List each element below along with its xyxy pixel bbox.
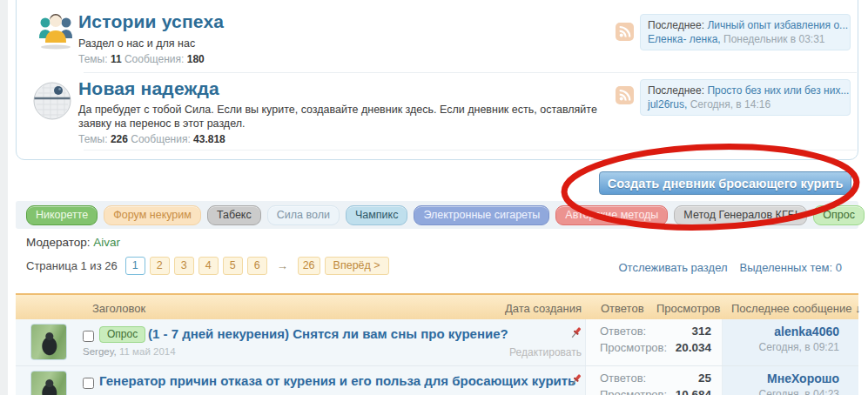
section-stats: Темы: 226 Сообщения: 43.818 xyxy=(78,133,225,145)
column-header-created[interactable]: Дата создания xyxy=(501,302,582,315)
selected-topics-link[interactable]: Выделенных тем: 0 xyxy=(740,261,842,274)
rss-icon[interactable] xyxy=(616,86,634,108)
section-stats: Темы: 11 Сообщения: 180 xyxy=(78,53,205,65)
follow-forum-link[interactable]: Отслеживать раздел xyxy=(618,261,727,274)
page-button-4[interactable]: 4 xyxy=(198,257,219,275)
topic-author-avatar[interactable] xyxy=(30,371,67,395)
last-post-time: Сегодня, в 14:16 xyxy=(690,98,770,110)
section-title-success-stories[interactable]: Истории успеха xyxy=(78,11,224,32)
column-header-title[interactable]: Заголовок xyxy=(92,302,145,315)
views-label: Просмотров: xyxy=(600,341,667,354)
section-description: Да пребудет с тобой Сила. Если вы курите… xyxy=(78,103,611,131)
topic-stats-cell: Ответов: 312 Просмотров: 20.034 xyxy=(585,319,723,365)
pagination-gap-arrow: → xyxy=(272,259,293,272)
tag-list: НикореттеФорум некуримТабексСила волиЧам… xyxy=(26,205,868,225)
tag-filter-9[interactable]: Опрос xyxy=(813,205,865,225)
pagination-pages: 123456 xyxy=(125,257,267,275)
section-title-new-hope[interactable]: Новая надежда xyxy=(78,78,219,99)
replies-count: 25 xyxy=(698,372,711,385)
last-post-label: Последнее: xyxy=(648,19,704,31)
section-action-links: Отслеживать раздел Выделенных тем: 0 xyxy=(618,261,842,274)
column-header-last-post[interactable]: Последнее сообщение ↓ xyxy=(731,302,861,315)
pinned-pin-icon xyxy=(569,325,583,344)
topic-lastpost-cell: alenka4060 Сегодня, в 09:21 xyxy=(723,319,858,365)
topics-count: 11 xyxy=(111,53,122,65)
page-counter-label: Страница 1 из 26 xyxy=(26,259,118,272)
page-button-last[interactable]: 26 xyxy=(298,257,320,275)
tag-filter-1[interactable]: Никоретте xyxy=(26,205,98,225)
panel-inner-divider xyxy=(84,150,857,151)
edit-link[interactable]: Редактировать xyxy=(500,346,582,358)
tag-filter-4[interactable]: Сила воли xyxy=(267,205,340,225)
create-diary-button[interactable]: Создать дневник бросающего курить xyxy=(599,171,851,195)
views-count: 10.684 xyxy=(676,388,711,395)
last-post-author[interactable]: jul26rus, xyxy=(648,98,687,110)
replies-label: Ответов: xyxy=(600,325,646,338)
page-button-3[interactable]: 3 xyxy=(174,257,194,275)
topic-row: Ответов: 312 Просмотров: 20.034 alenka40… xyxy=(16,319,858,365)
next-page-button[interactable]: Вперёд > xyxy=(325,257,389,275)
group-people-icon xyxy=(38,11,73,53)
topic-table-header: Заголовок Дата создания Ответов Просмотр… xyxy=(16,293,858,319)
deathstar-icon xyxy=(31,80,73,125)
last-post-time: Сегодня, в 09:21 xyxy=(759,341,839,353)
last-post-link[interactable]: Личный опыт избавления о... xyxy=(707,19,848,31)
topic-byline: Sergey, 11 май 2014 xyxy=(83,346,176,357)
pinned-pin-icon xyxy=(569,372,583,391)
tag-filter-band: НикореттеФорум некуримТабексСила волиЧам… xyxy=(16,201,858,229)
tag-filter-3[interactable]: Табекс xyxy=(207,205,261,225)
moderator-line: Модератор: Aivar xyxy=(26,236,120,249)
rss-icon[interactable] xyxy=(616,23,634,44)
last-post-label: Последнее: xyxy=(648,84,704,97)
topic-author[interactable]: Sergey, xyxy=(83,346,117,357)
section-description: Раздел о нас и для нас xyxy=(78,37,195,50)
topic-stats-cell: Ответов: 25 Просмотров: 10.684 xyxy=(585,366,723,395)
tag-filter-2[interactable]: Форум некурим xyxy=(104,205,201,225)
tag-filter-5[interactable]: Чампикс xyxy=(346,205,408,225)
topic-author-avatar[interactable] xyxy=(30,324,67,360)
topic-title-link[interactable]: (1 - 7 дней некурения) Снятся ли вам сны… xyxy=(148,326,508,341)
page-button-2[interactable]: 2 xyxy=(150,257,170,275)
topic-select-checkbox[interactable] xyxy=(83,378,94,389)
pagination: Страница 1 из 26 123456 → 26 Вперёд > xyxy=(26,257,389,275)
page-button-6[interactable]: 6 xyxy=(247,257,267,275)
page-button-1[interactable]: 1 xyxy=(125,257,145,275)
last-poster-link[interactable]: alenka4060 xyxy=(774,325,839,338)
last-post-link[interactable]: Просто без них или без них... xyxy=(707,84,849,97)
tag-filter-7[interactable]: Авторские методы xyxy=(555,205,668,225)
last-post-time: Сегодня, в 04:23 xyxy=(759,388,839,395)
views-count: 20.034 xyxy=(676,341,711,354)
posts-count: 43.818 xyxy=(193,133,225,145)
replies-label: Ответов: xyxy=(600,372,646,385)
topics-label: Темы: xyxy=(78,133,108,145)
topics-label: Темы: xyxy=(78,53,108,65)
section-divider xyxy=(84,72,857,73)
topics-count: 226 xyxy=(111,133,128,145)
column-header-replies[interactable]: Ответов xyxy=(601,302,644,315)
moderator-name-link[interactable]: Aivar xyxy=(93,236,120,249)
last-post-time: Понедельник в 03:31 xyxy=(723,33,825,45)
replies-count: 312 xyxy=(691,325,711,338)
topic-created-date: 11 май 2014 xyxy=(119,346,176,357)
page-button-5[interactable]: 5 xyxy=(223,257,243,275)
tag-filter-6[interactable]: Электронные сигареты xyxy=(414,205,549,225)
last-post-author[interactable]: Еленка- ленка, xyxy=(648,33,721,45)
posts-label: Сообщения: xyxy=(131,133,190,145)
topic-prefix-tag[interactable]: Опрос xyxy=(99,326,145,343)
tag-filter-8[interactable]: Метод Генералов КГБ! xyxy=(674,205,807,225)
topic-lastpost-cell: МнеХорошо Сегодня, в 04:23 xyxy=(723,366,858,395)
topic-row: Ответов: 25 Просмотров: 10.684 МнеХорошо… xyxy=(16,365,858,395)
last-post-box: Последнее: Личный опыт избавления о... Е… xyxy=(640,14,851,50)
page-left-margin xyxy=(0,0,8,395)
last-post-box: Последнее: Просто без них или без них...… xyxy=(640,79,851,116)
topic-select-checkbox[interactable] xyxy=(83,331,94,342)
column-header-views[interactable]: Просмотров xyxy=(656,302,721,315)
views-label: Просмотров: xyxy=(600,388,667,395)
posts-count: 180 xyxy=(187,53,205,65)
posts-label: Сообщения: xyxy=(124,53,184,65)
moderator-label: Модератор: xyxy=(26,236,91,249)
last-poster-link[interactable]: МнеХорошо xyxy=(767,372,839,385)
topic-title-link[interactable]: Генератор причин отказа от курения и его… xyxy=(99,373,575,388)
